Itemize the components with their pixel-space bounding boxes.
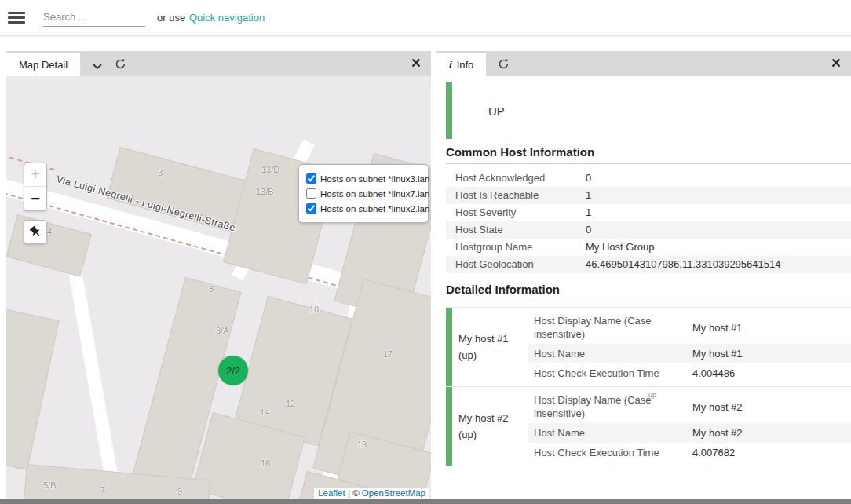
house-number: 17 <box>383 349 393 359</box>
legend-row: Hosts on subnet *linux3.lan <box>306 172 421 185</box>
copyright-symbol: © <box>352 488 359 498</box>
row-label: Host Geolocation <box>455 259 586 270</box>
house-number: 9 <box>177 487 182 496</box>
table-row: Host Display Name (Case insensitive)My h… <box>528 390 851 423</box>
host-state: (up) <box>458 426 524 443</box>
info-panel: i Info UP Common Host Information Host A… <box>436 51 851 499</box>
row-value: 46.46950143107986,11.331039295641514 <box>586 259 851 270</box>
row-label: Host Acknowledged <box>455 173 586 184</box>
legend-checkbox[interactable] <box>306 173 316 184</box>
table-row: Host Is Reachable1 <box>446 187 851 204</box>
detailed-information-list: My host #1(up)Host Display Name (Case in… <box>446 307 851 466</box>
house-number: 10 <box>309 305 319 314</box>
quick-navigation-link[interactable]: Quick navigation <box>189 12 265 24</box>
house-number: 16 <box>261 458 270 468</box>
tab-map-detail-label: Map Detail <box>19 59 68 71</box>
host-name: My host #1 <box>458 331 524 347</box>
legend-row: Hosts on subnet *linux7.lan <box>306 187 421 200</box>
host-cluster-count: 2/2 <box>226 365 240 377</box>
house-number: 19 <box>357 440 367 449</box>
attribution-separator: | <box>348 488 350 498</box>
common-host-information-heading: Common Host Information <box>446 145 851 164</box>
table-row: Host Display Name (Case insensitive)My h… <box>528 311 851 344</box>
row-label: Host Name <box>534 347 692 360</box>
map-detail-panel: Map Detail <box>6 51 431 500</box>
row-value: 0 <box>586 173 851 184</box>
tab-info-label: Info <box>457 59 474 71</box>
close-icon[interactable] <box>831 58 841 68</box>
row-label: Host Name <box>534 426 692 440</box>
table-row: Hostgroup NameMy Host Group <box>446 239 851 256</box>
render-artifact: up <box>648 393 661 400</box>
row-value: 1 <box>586 190 851 201</box>
host-status-block: UP <box>446 82 851 139</box>
host-name-cell: My host #1(up) <box>452 308 528 386</box>
refresh-icon[interactable] <box>498 58 510 70</box>
house-number: 3 <box>158 168 163 177</box>
host-name: My host #2 <box>458 410 524 426</box>
table-row: Host Check Execution Time4.004486 <box>528 363 851 383</box>
house-number: 8 <box>209 284 214 294</box>
top-navbar: or use Quick navigation <box>0 0 851 36</box>
host-cluster-marker[interactable]: 2/2 <box>218 356 248 385</box>
legend-label: Hosts on subnet *linux3.lan <box>320 174 429 184</box>
bottom-bar <box>0 499 851 504</box>
host-block: My host #1(up)Host Display Name (Case in… <box>446 307 851 386</box>
map-road <box>66 257 126 500</box>
house-number: 8/A <box>216 326 229 335</box>
status-color-bar <box>446 82 452 139</box>
chevron-down-icon[interactable] <box>92 63 103 70</box>
row-value: 4.007682 <box>692 446 845 459</box>
row-label: Host Is Reachable <box>455 190 586 201</box>
host-status-color-bar <box>446 387 452 466</box>
house-number: 12 <box>286 399 295 408</box>
row-label: Host Severity <box>455 207 586 218</box>
host-detail-table: Host Display Name (Case insensitive)My h… <box>528 387 851 466</box>
map-zoom-control: + − <box>24 163 47 211</box>
row-label: Host State <box>455 225 586 236</box>
table-row: Host Geolocation46.46950143107986,11.331… <box>446 256 851 273</box>
legend-checkbox[interactable] <box>306 203 316 214</box>
close-icon[interactable] <box>411 58 421 68</box>
table-row: Host Severity1 <box>446 204 851 221</box>
map-panel-header: Map Detail <box>6 51 431 76</box>
row-value: My Host Group <box>586 242 851 253</box>
row-label: Host Display Name (Case insensitive) <box>534 393 692 420</box>
host-status-color-bar <box>446 308 452 386</box>
house-number: 14 <box>260 407 269 417</box>
row-label: Host Check Execution Time <box>534 446 692 459</box>
house-number: 4 <box>47 227 52 236</box>
search-input[interactable] <box>43 8 145 27</box>
table-row: Host State0 <box>446 221 851 239</box>
tab-map-detail[interactable]: Map Detail <box>6 53 80 76</box>
zoom-out-button[interactable]: − <box>24 187 46 210</box>
legend-label: Hosts on subnet *linux7.lan <box>320 189 429 199</box>
row-label: Host Check Execution Time <box>534 367 692 380</box>
map-attribution: Leaflet | © OpenStreetMap <box>314 488 429 499</box>
row-value: My host #1 <box>692 321 845 334</box>
legend-checkbox[interactable] <box>306 188 316 199</box>
row-label: Hostgroup Name <box>455 242 586 253</box>
map-layers-legend: Hosts on subnet *linux3.lanHosts on subn… <box>298 164 429 223</box>
host-name-cell: My host #2(up) <box>452 387 528 466</box>
openstreetmap-link[interactable]: OpenStreetMap <box>362 488 426 498</box>
map-building <box>6 214 92 276</box>
menu-icon[interactable] <box>8 12 25 24</box>
map-canvas[interactable]: Via Luigi Negrelli - Luigi-Negrelli-Stra… <box>6 76 431 500</box>
row-value: My host #1 <box>692 347 845 360</box>
table-row: Host NameMy host #2 <box>528 423 851 443</box>
tab-info[interactable]: i Info <box>436 53 486 76</box>
house-number: 5/B <box>43 480 57 490</box>
pin-button[interactable] <box>24 220 47 244</box>
house-number: 13/B <box>256 187 274 196</box>
leaflet-link[interactable]: Leaflet <box>318 488 345 498</box>
refresh-icon[interactable] <box>115 58 126 70</box>
row-value: My host #2 <box>692 426 845 440</box>
table-row: Host NameMy host #1 <box>528 344 851 363</box>
row-label: Host Display Name (Case insensitive) <box>534 314 692 341</box>
or-use-text: or use <box>157 12 185 24</box>
row-value: 4.004486 <box>692 367 845 380</box>
legend-label: Hosts on subnet *linux2.lan <box>320 204 429 214</box>
zoom-in-button[interactable]: + <box>24 163 46 187</box>
table-row: Host Acknowledged0 <box>446 170 851 187</box>
